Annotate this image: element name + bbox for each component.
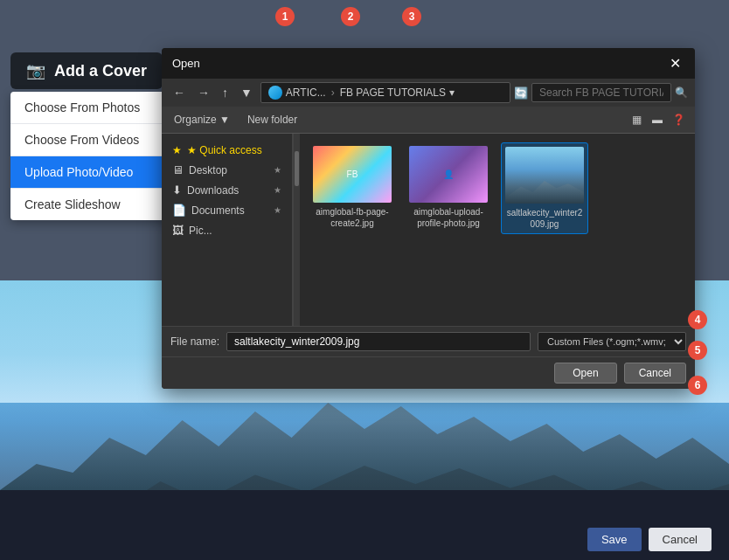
cover-actions: Save Cancel [587, 528, 712, 551]
file-name-2: aimglobal-upload-profile-photo.jpg [408, 206, 489, 229]
view-icon-help[interactable]: ❓ [669, 110, 688, 129]
file-item-2[interactable]: 👤 aimglobal-upload-profile-photo.jpg [405, 142, 492, 234]
sidebar-item-documents[interactable]: 📄 Documents ★ [162, 200, 292, 220]
sidebar-scrollbar[interactable] [293, 134, 300, 326]
sidebar-item-desktop[interactable]: 🖥 Desktop ★ [162, 160, 292, 180]
dialog-files-grid: FB aimglobal-fb-page-create2.jpg 👤 aimgl… [300, 134, 695, 326]
upload-photo-video-item[interactable]: Upload Photo/Video [10, 156, 185, 188]
file-item-1[interactable]: FB aimglobal-fb-page-create2.jpg [309, 142, 396, 234]
address-dropdown[interactable]: ▾ [449, 86, 455, 99]
downloads-icon: ⬇ [172, 183, 182, 197]
save-button[interactable]: Save [587, 528, 642, 551]
sidebar-item-downloads[interactable]: ⬇ Downloads ★ [162, 180, 292, 200]
dialog-main-content: ★ ★ Quick access 🖥 Desktop ★ ⬇ Downloads… [162, 134, 695, 326]
search-icon: 🔍 [675, 86, 688, 99]
desktop-pin: ★ [274, 165, 281, 175]
dialog-filename-row: File name: Custom Files (*.ogm;*.wmv;*.m… [162, 326, 695, 356]
thumb-mountain [505, 176, 584, 204]
dialog-title: Open [172, 57, 200, 70]
annotation-6: 6 [688, 376, 707, 395]
file-name-1: aimglobal-fb-page-create2.jpg [312, 206, 392, 229]
sidebar-scroll-thumb [295, 151, 299, 186]
address-bar[interactable]: ARTIC... › FB PAGE TUTORIALS ▾ [260, 82, 510, 103]
documents-icon: 📄 [172, 204, 186, 217]
desktop-icon: 🖥 [172, 163, 184, 176]
pictures-icon: 🖼 [172, 224, 184, 237]
file-thumb-2: 👤 [409, 146, 488, 203]
dialog-titlebar: Open ✕ [162, 48, 695, 79]
file-thumb-1: FB [313, 146, 392, 203]
dialog-cancel-button[interactable]: Cancel [624, 363, 686, 384]
open-button[interactable]: Open [554, 363, 616, 384]
filename-label: File name: [170, 335, 219, 348]
back-button[interactable]: ← [169, 83, 190, 102]
annotation-5: 5 [688, 341, 707, 360]
cover-dropdown-menu: Choose From Photos Choose From Videos Up… [10, 92, 185, 220]
dialog-buttons: Open Cancel [162, 356, 695, 389]
dialog-toolbar: ← → ↑ ▼ ARTIC... › FB PAGE TUTORIALS ▾ 🔄… [162, 79, 695, 107]
annotation-1: 1 [275, 7, 295, 26]
new-folder-button[interactable]: New folder [242, 111, 302, 128]
sidebar-quick-access: ★ ★ Quick access [162, 141, 292, 160]
search-input[interactable] [531, 83, 671, 102]
create-slideshow-item[interactable]: Create Slideshow [10, 189, 185, 220]
address-separator: › [331, 86, 335, 99]
address-part1: ARTIC... [286, 86, 326, 99]
add-cover-button[interactable]: 📷 Add a Cover [10, 52, 163, 89]
up-button[interactable]: ↑ [218, 83, 233, 102]
dialog-close-button[interactable]: ✕ [666, 55, 684, 72]
dialog-organize-bar: Organize ▼ New folder ▦ ▬ ❓ [162, 107, 695, 134]
address-part2: FB PAGE TUTORIALS [340, 86, 446, 99]
refresh-icon[interactable]: 🔄 [514, 86, 528, 100]
choose-from-photos-item[interactable]: Choose From Photos [10, 92, 185, 123]
annotation-2: 2 [341, 7, 360, 26]
organize-button[interactable]: Organize ▼ [169, 111, 235, 128]
file-thumbnail-img2: 👤 [409, 146, 488, 203]
desktop-label: Desktop [189, 164, 227, 176]
forward-button[interactable]: → [193, 83, 214, 102]
view-icon-list[interactable]: ▬ [648, 110, 667, 129]
file-open-dialog: Open ✕ ← → ↑ ▼ ARTIC... › FB PAGE TUTORI… [162, 48, 695, 389]
file-thumbnail-img3 [505, 147, 584, 204]
quick-access-label: ★ Quick access [187, 144, 262, 156]
downloads-pin: ★ [274, 185, 281, 195]
file-item-3[interactable]: saltlakecity_winter2009.jpg [501, 142, 588, 234]
choose-from-videos-item[interactable]: Choose From Videos [10, 124, 185, 156]
recent-button[interactable]: ▼ [236, 83, 257, 102]
add-cover-label: Add a Cover [54, 62, 147, 80]
view-icon-grid[interactable]: ▦ [627, 110, 646, 129]
cancel-cover-button[interactable]: Cancel [649, 528, 712, 551]
pictures-label: Pic... [189, 225, 212, 237]
documents-label: Documents [191, 204, 245, 217]
globe-icon [268, 86, 282, 100]
annotation-3: 3 [402, 7, 421, 26]
file-thumb-3 [505, 147, 584, 204]
camera-icon: 📷 [26, 61, 45, 80]
file-name-3: saltlakecity_winter2009.jpg [505, 207, 584, 230]
dialog-sidebar: ★ ★ Quick access 🖥 Desktop ★ ⬇ Downloads… [162, 134, 293, 326]
file-thumbnail-img1: FB [313, 146, 392, 203]
documents-pin: ★ [274, 205, 281, 215]
filetype-select[interactable]: Custom Files (*.ogm;*.wmv;*.mp [538, 332, 686, 351]
downloads-label: Downloads [187, 184, 239, 197]
sidebar-item-pictures[interactable]: 🖼 Pic... [162, 220, 292, 240]
filename-input[interactable] [226, 332, 531, 351]
view-icons-group: ▦ ▬ ❓ [627, 110, 688, 129]
star-icon: ★ [172, 144, 182, 156]
annotation-4: 4 [688, 310, 707, 329]
